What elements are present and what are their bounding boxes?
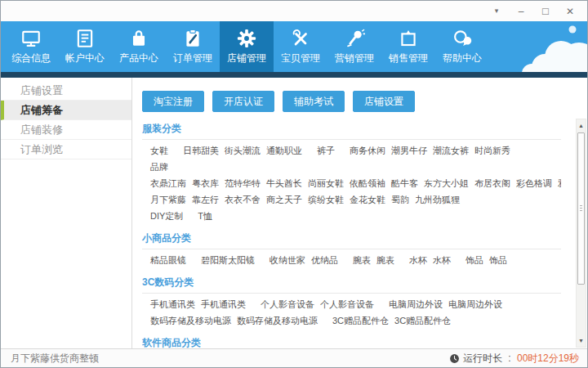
section-title: 软件商品分类 — [142, 337, 561, 348]
category-link[interactable]: 数码存储及移动电源 — [150, 316, 231, 326]
category-link[interactable]: 商务休闲 — [350, 146, 385, 156]
sidebar-item-shop-decoration[interactable]: 店铺装修 — [1, 120, 131, 140]
category-link[interactable]: 收纳世家 — [270, 255, 305, 266]
category-link[interactable]: 潮流女裤 — [433, 146, 469, 156]
category-link[interactable]: 精品眼镜 — [150, 255, 186, 266]
taobao-register-button[interactable]: 淘宝注册 — [142, 91, 204, 112]
link-group: 女鞋 — [150, 146, 168, 156]
sidebar-item-shop-preparation[interactable]: 店铺筹备 — [1, 101, 131, 120]
nav-item-label: 销售管理 — [389, 52, 428, 65]
category-link[interactable]: 范特华特 — [225, 178, 261, 189]
category-link[interactable]: 女鞋 — [150, 146, 168, 156]
scroll-down-icon[interactable]: ▼ — [577, 335, 586, 346]
category-link[interactable]: 通勤职业 — [266, 146, 302, 156]
section-small-goods: 小商品分类精品眼镜碧阳斯太阳镜收纳世家优纳品腕表腕表水杯水杯饰品饰品 — [142, 232, 561, 266]
category-link[interactable]: DIY定制 — [150, 211, 183, 222]
category-link[interactable]: 数码存储及移动电源 — [237, 316, 318, 326]
category-link[interactable]: 衣鼎江南 — [150, 178, 186, 189]
category-link[interactable]: 3C赠品配件仓 — [332, 316, 389, 326]
category-link[interactable]: 商之天子 — [266, 195, 302, 205]
category-link[interactable]: 尚丽女鞋 — [308, 178, 344, 189]
chat-icon — [452, 28, 473, 49]
category-link[interactable]: 3C赠品配件仓 — [394, 316, 451, 326]
category-link[interactable]: 手机通讯类 — [201, 299, 246, 310]
status-bar: 月下紫藤供货商整顿 运行时长 : 00时12分19秒 — [1, 348, 587, 367]
category-link[interactable]: 东方大小姐 — [424, 178, 469, 189]
category-link[interactable]: 腕表 — [376, 255, 394, 266]
nav-item-sales-management[interactable]: 销售管理 — [381, 21, 435, 72]
category-link[interactable]: 个人影音设备 — [320, 299, 374, 310]
cloud-decoration — [497, 21, 587, 72]
category-link[interactable]: 水杯 — [409, 255, 427, 266]
category-link[interactable]: 街头潮流 — [225, 146, 261, 156]
scroll-up-icon[interactable]: ▲ — [577, 120, 586, 131]
category-link[interactable]: 金花女鞋 — [350, 195, 385, 205]
category-link[interactable]: 雅衣阁 — [558, 178, 561, 189]
vertical-scrollbar[interactable]: ▲ ▼ — [576, 119, 586, 348]
link-group: 水杯水杯 — [409, 255, 451, 266]
link-group: 日韩甜美街头潮流通勤职业 — [183, 146, 302, 156]
category-link[interactable]: 缤纷女鞋 — [308, 195, 344, 205]
category-link[interactable]: 潮男牛仔 — [391, 146, 427, 156]
link-group: T恤 — [198, 211, 212, 222]
tools-icon — [290, 28, 311, 49]
sidebar: 店铺设置店铺筹备店铺装修订单浏览 — [1, 78, 132, 348]
nav-item-treasure-management[interactable]: 宝贝管理 — [274, 21, 327, 72]
category-link[interactable]: T恤 — [198, 211, 212, 222]
category-link[interactable]: 布居衣阁 — [474, 178, 510, 189]
category-link[interactable]: 靠左行 — [192, 195, 219, 205]
nav-item-help-center[interactable]: 帮助中心 — [435, 21, 489, 72]
category-link[interactable]: 牛头酋长 — [266, 178, 302, 189]
category-link[interactable]: 优纳品 — [311, 255, 338, 266]
maximize-button[interactable]: □ — [540, 6, 551, 16]
category-link[interactable]: 月下紫藤 — [150, 195, 186, 205]
assist-exam-button[interactable]: 辅助考试 — [283, 91, 345, 112]
shop-settings-button[interactable]: 店铺设置 — [353, 91, 415, 112]
category-link[interactable]: 依酷领袖 — [350, 178, 385, 189]
category-link[interactable]: 电脑周边外设 — [389, 299, 443, 310]
skin-button[interactable]: ▾ — [491, 7, 502, 15]
link-group: 手机通讯类手机通讯类 — [150, 299, 246, 310]
clock-icon — [449, 353, 460, 364]
category-link[interactable]: 酷牛客 — [391, 178, 418, 189]
sign-icon — [398, 28, 419, 49]
category-link[interactable]: 腕表 — [353, 255, 371, 266]
nav-item-label: 帐户中心 — [65, 52, 105, 65]
nav-item-marketing-management[interactable]: 营销管理 — [327, 21, 381, 72]
category-link[interactable]: 饰品 — [466, 255, 483, 266]
category-link[interactable]: 衣衣不舍 — [225, 195, 261, 205]
nav-item-label: 综合信息 — [11, 52, 51, 65]
category-link[interactable]: 九州劲狐狸 — [415, 195, 460, 205]
category-link[interactable]: 日韩甜美 — [183, 146, 219, 156]
nav-item-label: 宝贝管理 — [281, 52, 320, 65]
timer-label: 运行时长 — [463, 352, 502, 366]
toolbar: 淘宝注册开店认证辅助考试店铺设置 — [142, 91, 587, 112]
category-link[interactable]: 蜀韵 — [391, 195, 409, 205]
shop-verify-button[interactable]: 开店认证 — [212, 91, 274, 112]
category-link[interactable]: 个人影音设备 — [261, 299, 314, 310]
sidebar-item-order-browse[interactable]: 订单浏览 — [1, 140, 131, 159]
nav-item-order-management[interactable]: 订单管理 — [166, 21, 220, 72]
category-link[interactable]: 裤子 — [317, 146, 335, 156]
category-links-row: 精品眼镜碧阳斯太阳镜收纳世家优纳品腕表腕表水杯水杯饰品饰品 — [142, 255, 561, 266]
nav-item-product-center[interactable]: 产品中心 — [112, 21, 166, 72]
category-link[interactable]: 彩色格调 — [516, 178, 552, 189]
sidebar-item-shop-settings[interactable]: 店铺设置 — [1, 81, 131, 101]
timer-value: 00时12分19秒 — [517, 352, 579, 366]
link-group: 个人影音设备个人影音设备 — [261, 299, 374, 310]
scrollbar-thumb[interactable] — [577, 132, 585, 285]
section-title: 3C数码分类 — [142, 276, 561, 294]
clipboard-icon — [182, 28, 203, 49]
category-link[interactable]: 水杯 — [433, 255, 451, 266]
minimize-button[interactable]: – — [515, 7, 527, 16]
category-link[interactable]: 粤衣库 — [192, 178, 219, 189]
nav-item-general-info[interactable]: 综合信息 — [4, 21, 58, 72]
category-link[interactable]: 时尚新秀 — [474, 146, 510, 156]
nav-item-account-center[interactable]: 帐户中心 — [58, 21, 112, 72]
category-link[interactable]: 碧阳斯太阳镜 — [201, 255, 255, 266]
close-button[interactable]: ✕ — [564, 7, 576, 16]
category-link[interactable]: 手机通讯类 — [150, 299, 195, 310]
category-link[interactable]: 电脑周边外设 — [448, 299, 502, 310]
category-link[interactable]: 饰品 — [489, 255, 507, 266]
nav-item-shop-management[interactable]: 店铺管理 — [220, 21, 274, 72]
